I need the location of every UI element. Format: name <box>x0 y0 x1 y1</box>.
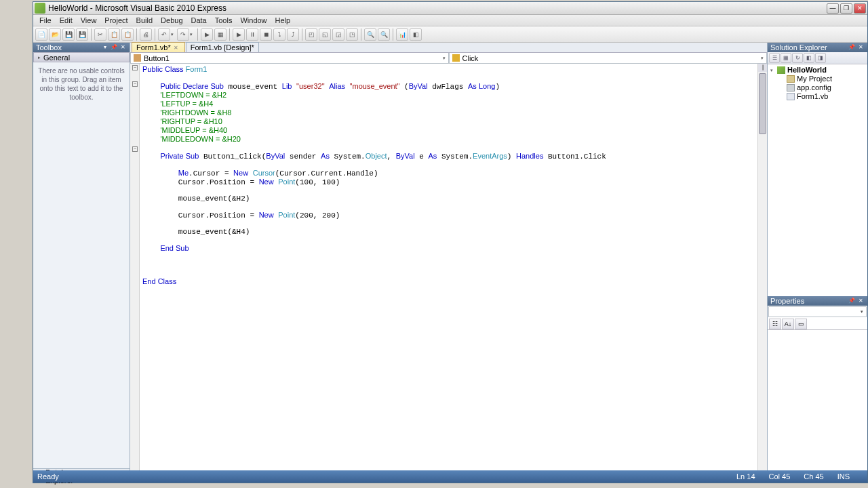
panel-pin-icon[interactable]: 📌 <box>848 298 856 304</box>
toolbar-button[interactable]: ⤴ <box>287 28 299 41</box>
panel-pin-icon[interactable]: 📌 <box>110 44 118 51</box>
toolbar-button[interactable]: ◲ <box>332 28 344 41</box>
status-ready: Ready <box>37 472 59 481</box>
tree-node[interactable]: ▾HelloWorld <box>770 66 865 75</box>
properties-object-selector[interactable] <box>768 306 867 317</box>
toolbar-button[interactable]: 🔍 <box>378 28 390 41</box>
solution-explorer-header: Solution Explorer 📌 ✕ <box>768 43 867 52</box>
solution-toolbar: ☰ ▦ ↻ ◧ ◨ <box>768 52 867 64</box>
solution-explorer-panel: Solution Explorer 📌 ✕ ☰ ▦ ↻ ◧ ◨ ▾HelloWo… <box>768 43 867 296</box>
toolbar-dropdown-icon[interactable]: ▾ <box>190 32 195 37</box>
right-column: Solution Explorer 📌 ✕ ☰ ▦ ↻ ◧ ◨ ▾HelloWo… <box>767 43 867 481</box>
document-tab[interactable]: Form1.vb [Design]* <box>186 42 259 52</box>
close-button[interactable]: ✕ <box>854 3 866 14</box>
tree-node[interactable]: Form1.vb <box>770 92 865 101</box>
toolbar-button[interactable]: ⏸ <box>246 28 258 41</box>
toolbar-button[interactable]: ◧ <box>410 28 422 41</box>
document-tab[interactable]: Form1.vb*✕ <box>132 42 185 52</box>
menu-help[interactable]: Help <box>271 16 295 25</box>
fold-toggle-icon[interactable]: − <box>132 81 138 87</box>
class-dropdown[interactable]: Button1 <box>130 53 449 64</box>
toolbar-button[interactable]: ▶ <box>233 28 245 41</box>
toolbox-title: Toolbox <box>36 43 62 52</box>
tree-node[interactable]: My Project <box>770 75 865 83</box>
toolbar-button[interactable]: 💾 <box>76 28 88 41</box>
properties-panel: Properties 📌 ✕ ☷ A↓ ▭ <box>768 296 867 481</box>
menu-build[interactable]: Build <box>132 16 157 25</box>
status-char: Ch 45 <box>804 472 823 481</box>
menubar: FileEditViewProjectBuildDebugDataToolsWi… <box>33 15 867 26</box>
node-icon <box>777 66 785 74</box>
alphabetical-icon[interactable]: A↓ <box>782 319 794 329</box>
toolbox-panel: Toolbox ▾ 📌 ✕ General There are no usabl… <box>33 43 130 481</box>
scroll-split-icon[interactable]: ┃ <box>758 64 767 72</box>
view-designer-icon[interactable]: ◨ <box>815 53 826 63</box>
toolbar-button[interactable]: ◳ <box>346 28 358 41</box>
document-tabs: Form1.vb*✕Form1.vb [Design]* <box>130 43 767 53</box>
view-code-icon[interactable]: ◧ <box>804 53 814 63</box>
node-icon <box>787 84 795 92</box>
properties-toolbar: ☷ A↓ ▭ <box>768 318 867 330</box>
toolbar-button[interactable]: ◱ <box>319 28 331 41</box>
tab-close-icon[interactable]: ✕ <box>174 45 180 51</box>
show-all-icon[interactable]: ▦ <box>781 53 791 63</box>
code-text[interactable]: Public Class Form1 Public Declare Sub mo… <box>140 64 757 472</box>
toolbar-button[interactable]: ✂ <box>94 28 106 41</box>
app-window: HelloWorld - Microsoft Visual Basic 2010… <box>33 1 868 483</box>
properties-icon[interactable]: ☰ <box>769 53 780 63</box>
toolbar-button[interactable]: 📋 <box>108 28 120 41</box>
vertical-scrollbar[interactable]: ┃ <box>757 64 767 472</box>
toolbar-button[interactable]: 📄 <box>35 28 47 41</box>
restore-button[interactable]: ❐ <box>840 3 852 14</box>
status-ins: INS <box>837 472 850 481</box>
node-icon <box>787 93 795 100</box>
panel-close-icon[interactable]: ✕ <box>856 44 865 51</box>
toolbar-button[interactable]: ↶ <box>158 28 170 41</box>
main-toolbar: 📄📂💾💾✂📋📋🖨↶▾↷▾▶▦▶⏸⏹⤵⤴◰◱◲◳🔍🔍📊◧ <box>33 26 867 43</box>
toolbar-button[interactable]: 📋 <box>121 28 134 41</box>
tree-node[interactable]: app.config <box>770 83 865 92</box>
toolbar-button[interactable]: 💾 <box>62 28 75 41</box>
menu-project[interactable]: Project <box>100 16 132 25</box>
menu-edit[interactable]: Edit <box>56 16 77 25</box>
refresh-icon[interactable]: ↻ <box>792 53 803 63</box>
toolbar-dropdown-icon[interactable]: ▾ <box>171 32 176 37</box>
toolbox-general-group[interactable]: General <box>33 52 130 62</box>
menu-file[interactable]: File <box>35 16 56 25</box>
categorized-icon[interactable]: ☷ <box>769 319 781 329</box>
fold-toggle-icon[interactable]: − <box>132 146 138 152</box>
titlebar: HelloWorld - Microsoft Visual Basic 2010… <box>33 2 867 15</box>
toolbox-empty-msg: There are no usable controls in this gro… <box>33 62 130 468</box>
menu-tools[interactable]: Tools <box>211 16 237 25</box>
toolbar-button[interactable]: 🖨 <box>140 28 152 41</box>
properties-header: Properties 📌 ✕ <box>768 296 867 306</box>
toolbar-button[interactable]: ⤵ <box>273 28 285 41</box>
toolbar-button[interactable]: ▦ <box>214 28 226 41</box>
toolbar-button[interactable]: ⏹ <box>260 28 272 41</box>
status-line: Ln 14 <box>736 472 755 481</box>
solution-tree: ▾HelloWorld My Project app.config Form1.… <box>768 64 867 296</box>
panel-close-icon[interactable]: ✕ <box>856 298 865 304</box>
menu-window[interactable]: Window <box>236 16 271 25</box>
menu-view[interactable]: View <box>77 16 101 25</box>
menu-debug[interactable]: Debug <box>157 16 186 25</box>
method-dropdown[interactable]: Click <box>449 53 768 64</box>
toolbar-button[interactable]: 🔍 <box>364 28 376 41</box>
code-editor[interactable]: − − − Public Class Form1 Public Declare … <box>130 64 767 472</box>
minimize-button[interactable]: — <box>827 3 839 14</box>
panel-dropdown-icon[interactable]: ▾ <box>101 44 109 51</box>
workspace: Toolbox ▾ 📌 ✕ General There are no usabl… <box>33 43 867 481</box>
toolbar-button[interactable]: ◰ <box>305 28 317 41</box>
scrollbar-thumb[interactable] <box>759 73 766 134</box>
toolbar-button[interactable]: ↷ <box>177 28 189 41</box>
panel-close-icon[interactable]: ✕ <box>119 44 127 51</box>
statusbar: Ready Ln 14 Col 45 Ch 45 INS <box>33 470 867 483</box>
toolbar-button[interactable]: ▶ <box>201 28 213 41</box>
panel-pin-icon[interactable]: 📌 <box>848 44 856 51</box>
menu-data[interactable]: Data <box>187 16 211 25</box>
toolbar-button[interactable]: 📂 <box>49 28 61 41</box>
toolbar-button[interactable]: 📊 <box>396 28 408 41</box>
expand-icon[interactable]: ▾ <box>770 66 777 75</box>
fold-toggle-icon[interactable]: − <box>132 65 138 70</box>
property-pages-icon[interactable]: ▭ <box>795 319 807 329</box>
